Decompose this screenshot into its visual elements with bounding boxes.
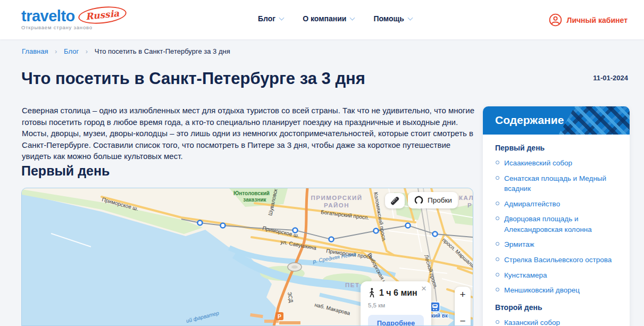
- toc-link[interactable]: Меншиковский дворец: [495, 285, 619, 296]
- map-zoom-control: + −: [455, 287, 471, 326]
- toc-section-heading: Первый день: [495, 144, 619, 152]
- page-title: Что посетить в Санкт-Петербурге за 3 дня: [21, 69, 365, 88]
- blog-article-page: traveltoRussia Открываем страну заново Б…: [0, 0, 644, 326]
- table-of-contents: Содержание Первый деньИсаакиевский собор…: [483, 106, 630, 326]
- ruler-tool-button[interactable]: [385, 193, 405, 208]
- breadcrumb-separator: ›: [55, 47, 57, 55]
- paid-zone-icon: Р: [275, 312, 283, 320]
- ruler-icon: [389, 195, 400, 206]
- user-icon: [549, 13, 562, 27]
- chevron-down-icon: [279, 15, 285, 21]
- traffic-icon: [414, 195, 424, 205]
- toc-link[interactable]: Стрелка Васильевского острова: [495, 255, 619, 265]
- route-stop-marker[interactable]: [198, 221, 203, 225]
- logo-tagline: Открываем страну заново: [21, 24, 127, 30]
- route-details-button[interactable]: Подробнее: [368, 315, 424, 326]
- toc-link[interactable]: Адмиралтейство: [495, 199, 619, 210]
- district-label: ПРИМОРСКИЙ: [311, 195, 363, 201]
- breadcrumb-current: Что посетить в Санкт-Петербурге за 3 дня: [95, 47, 230, 55]
- breadcrumb-blog[interactable]: Блог: [64, 47, 79, 55]
- toc-link[interactable]: Исаакиевский собор: [495, 158, 619, 169]
- account-button[interactable]: Личный кабинет: [549, 13, 628, 27]
- zoom-in-button[interactable]: +: [459, 290, 465, 299]
- nav-item[interactable]: Помощь: [373, 14, 412, 23]
- route-duration: 1 ч 6 мин: [379, 288, 417, 298]
- site-logo[interactable]: traveltoRussia Открываем страну заново: [21, 7, 127, 30]
- train-station-icon[interactable]: [430, 302, 440, 312]
- route-stop-marker[interactable]: [329, 237, 334, 242]
- route-stop-marker[interactable]: [374, 229, 379, 233]
- breadcrumb-separator: ›: [86, 47, 88, 55]
- logo-russia-badge: Russia: [77, 4, 127, 26]
- nature-reserve-label: Юнтоловский: [233, 190, 270, 196]
- article-date: 11-01-2024: [593, 74, 628, 82]
- toc-header: Содержание: [483, 106, 630, 135]
- district-label: ПЕТ: [345, 282, 359, 288]
- section-heading-day1: Первый день: [21, 163, 110, 179]
- district-label: Р: [467, 202, 472, 208]
- district-label: КАЛИ: [459, 195, 473, 201]
- toc-link[interactable]: Дворцовая площадь и Александровская коло…: [495, 214, 619, 235]
- toc-section-heading: Второй день: [495, 303, 619, 312]
- chevron-down-icon: [408, 15, 413, 21]
- route-info-popup: × 1 ч 6 мин 5,5 км Подробнее: [361, 281, 431, 326]
- close-icon[interactable]: ×: [421, 283, 426, 294]
- account-label: Личный кабинет: [567, 16, 628, 24]
- site-header: traveltoRussia Открываем страну заново Б…: [0, 0, 644, 39]
- traffic-toggle-button[interactable]: Пробки: [408, 192, 458, 208]
- nav-item[interactable]: О компании: [303, 14, 354, 23]
- toc-link[interactable]: Казанский собор: [495, 317, 619, 326]
- toc-link[interactable]: Кунсткамера: [495, 270, 619, 281]
- svg-text:Р: Р: [278, 313, 281, 320]
- toc-link[interactable]: Сенатская площадь и Медный всадник: [495, 173, 619, 194]
- route-distance: 5,5 км: [368, 302, 425, 308]
- district-label: РАЙОН: [324, 202, 349, 208]
- breadcrumb: Главная › Блог › Что посетить в Санкт-Пе…: [22, 47, 230, 55]
- route-stop-marker[interactable]: [433, 232, 438, 237]
- toc-link[interactable]: Эрмитаж: [495, 239, 619, 250]
- pedestrian-icon: [368, 288, 375, 298]
- stadium-icon: [288, 263, 302, 271]
- logo-text: travelto: [21, 7, 75, 24]
- route-map[interactable]: Р ПРИМОРСКИЙ РАЙОН КАЛИ Р ПЕТ Юнтоловски…: [21, 188, 473, 326]
- route-stop-marker[interactable]: [406, 223, 411, 228]
- nature-reserve-label: заказник: [243, 197, 266, 203]
- breadcrumb-home[interactable]: Главная: [22, 47, 48, 55]
- article-intro: Северная столица – одно из излюбленных м…: [22, 105, 475, 162]
- route-stop-marker[interactable]: [221, 223, 225, 228]
- toc-title: Содержание: [483, 106, 630, 127]
- main-nav: БлогО компанииПомощь: [258, 14, 412, 23]
- nav-item[interactable]: Блог: [258, 14, 283, 23]
- toc-sections: Первый деньИсаакиевский соборСенатская п…: [483, 135, 630, 326]
- traffic-label: Пробки: [428, 196, 452, 204]
- zoom-out-button[interactable]: −: [459, 316, 465, 326]
- chevron-down-icon: [350, 15, 355, 21]
